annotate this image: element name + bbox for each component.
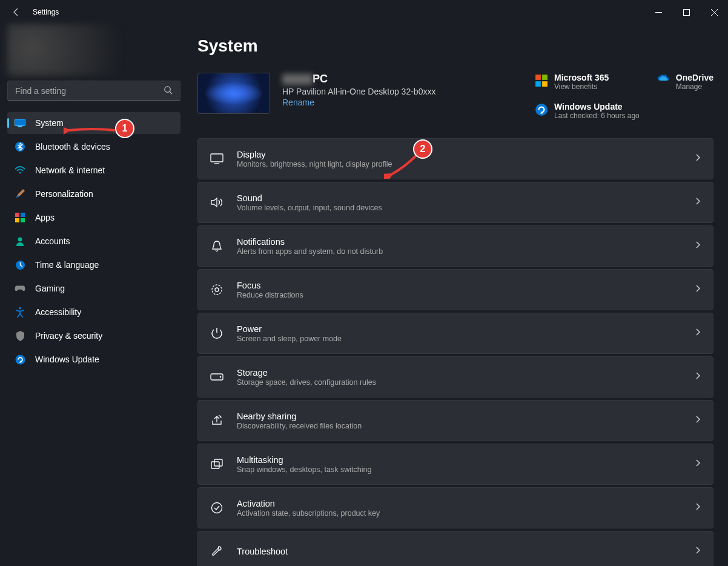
chevron-right-icon (695, 546, 701, 557)
card-subtitle: Activation state, subscriptions, product… (237, 509, 681, 518)
chevron-right-icon (695, 328, 701, 339)
page-title: System (197, 36, 713, 56)
focus-icon (210, 283, 223, 296)
chevron-right-icon (695, 502, 701, 513)
sidebar-item-label: Bluetooth & devices (35, 142, 110, 151)
chevron-right-icon (695, 241, 701, 251)
card-title: Troubleshoot (237, 547, 681, 556)
sidebar-item-label: Windows Update (35, 355, 99, 364)
card-title: Sound (237, 193, 681, 203)
sidebar-item-label: Gaming (35, 284, 65, 293)
sidebar-item-clock[interactable]: Time & language (7, 254, 180, 276)
rename-link[interactable]: Rename (282, 98, 314, 107)
settings-card-multi[interactable]: Multitasking Snap windows, desktops, tas… (197, 444, 713, 485)
minimize-button[interactable] (644, 2, 672, 22)
card-title: Power (237, 324, 681, 334)
card-subtitle: Reduce distractions (237, 291, 681, 299)
svg-rect-6 (15, 213, 19, 217)
settings-card-bell[interactable]: Notifications Alerts from apps and syste… (197, 225, 713, 267)
svg-rect-0 (683, 9, 689, 15)
settings-card-wrench[interactable]: Troubleshoot (197, 531, 713, 566)
settings-card-list: Display Monitors, brightness, night ligh… (197, 138, 713, 566)
titlebar: Settings (0, 0, 728, 24)
search-box[interactable] (7, 81, 180, 101)
m365-icon (535, 74, 548, 87)
sidebar-item-label: Apps (35, 213, 55, 222)
svg-rect-17 (542, 81, 548, 87)
gamepad-icon (15, 283, 25, 294)
card-title: Notifications (237, 237, 681, 247)
status-onedrive[interactable]: OneDriveManage (657, 73, 713, 91)
sidebar-item-label: System (35, 118, 64, 128)
maximize-button[interactable] (672, 2, 700, 22)
bell-icon (210, 239, 223, 253)
update-icon (535, 103, 548, 116)
settings-card-display[interactable]: Display Monitors, brightness, night ligh… (197, 138, 713, 179)
svg-point-18 (535, 104, 548, 116)
clock-icon (15, 259, 25, 270)
chevron-right-icon (695, 197, 701, 208)
svg-rect-25 (214, 459, 222, 466)
svg-rect-16 (535, 81, 541, 87)
sidebar-item-gamepad[interactable]: Gaming (7, 278, 180, 299)
sidebar-item-system[interactable]: System (7, 112, 180, 134)
back-button[interactable] (11, 7, 22, 18)
sidebar-item-apps[interactable]: Apps (7, 207, 180, 228)
close-button[interactable] (700, 2, 728, 22)
search-input[interactable] (15, 86, 164, 96)
nav-list: SystemBluetooth & devicesNetwork & inter… (7, 112, 180, 370)
card-subtitle: Monitors, brightness, night light, displ… (237, 160, 681, 168)
svg-point-13 (15, 355, 25, 364)
settings-card-share[interactable]: Nearby sharing Discoverability, received… (197, 400, 713, 441)
svg-rect-19 (211, 154, 223, 162)
sidebar-item-bluetooth[interactable]: Bluetooth & devices (7, 136, 180, 158)
card-subtitle: Storage space, drives, configuration rul… (237, 378, 681, 387)
sidebar-item-label: Personalization (35, 189, 93, 199)
settings-card-focus[interactable]: Focus Reduce distractions (197, 269, 713, 310)
display-icon (210, 152, 223, 165)
power-icon (210, 327, 223, 340)
settings-card-storage[interactable]: Storage Storage space, drives, configura… (197, 356, 713, 398)
wrench-icon (210, 545, 223, 558)
sidebar: SystemBluetooth & devicesNetwork & inter… (0, 24, 188, 566)
sidebar-item-person[interactable]: Accounts (7, 230, 180, 252)
onedrive-icon (657, 74, 670, 87)
window-title: Settings (33, 8, 59, 16)
settings-card-sound[interactable]: Sound Volume levels, output, input, soun… (197, 182, 713, 223)
device-wallpaper-thumb[interactable] (197, 73, 270, 114)
settings-card-check[interactable]: Activation Activation state, subscriptio… (197, 487, 713, 528)
card-subtitle: Volume levels, output, input, sound devi… (237, 204, 681, 212)
settings-card-power[interactable]: Power Screen and sleep, power mode (197, 313, 713, 354)
svg-point-20 (212, 285, 222, 295)
multi-icon (210, 458, 223, 471)
device-name: PC (282, 73, 523, 85)
chevron-right-icon (695, 415, 701, 426)
storage-icon (210, 370, 223, 384)
sidebar-item-label: Network & internet (35, 165, 105, 175)
sidebar-item-wifi[interactable]: Network & internet (7, 159, 180, 181)
bluetooth-icon (15, 141, 25, 152)
sidebar-item-label: Privacy & security (35, 331, 102, 341)
sidebar-item-label: Accounts (35, 236, 70, 246)
chevron-right-icon (695, 153, 701, 164)
sidebar-item-shield[interactable]: Privacy & security (7, 325, 180, 347)
status-m365[interactable]: Microsoft 365View benefits (535, 73, 640, 91)
annotation-badge-1: 1 (115, 119, 134, 138)
sidebar-item-brush[interactable]: Personalization (7, 183, 180, 205)
person-icon (15, 236, 25, 247)
svg-point-12 (19, 307, 21, 310)
card-title: Nearby sharing (237, 411, 681, 421)
accessibility-icon (15, 307, 25, 318)
svg-rect-15 (542, 75, 548, 80)
annotation-badge-2: 2 (413, 139, 432, 159)
share-icon (210, 414, 223, 427)
svg-rect-3 (18, 126, 22, 127)
sidebar-item-update[interactable]: Windows Update (7, 348, 180, 370)
svg-rect-2 (15, 119, 25, 126)
status-windows-update[interactable]: Windows UpdateLast checked: 6 hours ago (535, 102, 640, 120)
search-icon (164, 85, 173, 97)
card-subtitle: Snap windows, desktops, task switching (237, 465, 681, 474)
user-profile-area[interactable] (7, 24, 180, 76)
card-title: Activation (237, 499, 681, 508)
sidebar-item-accessibility[interactable]: Accessibility (7, 301, 180, 323)
